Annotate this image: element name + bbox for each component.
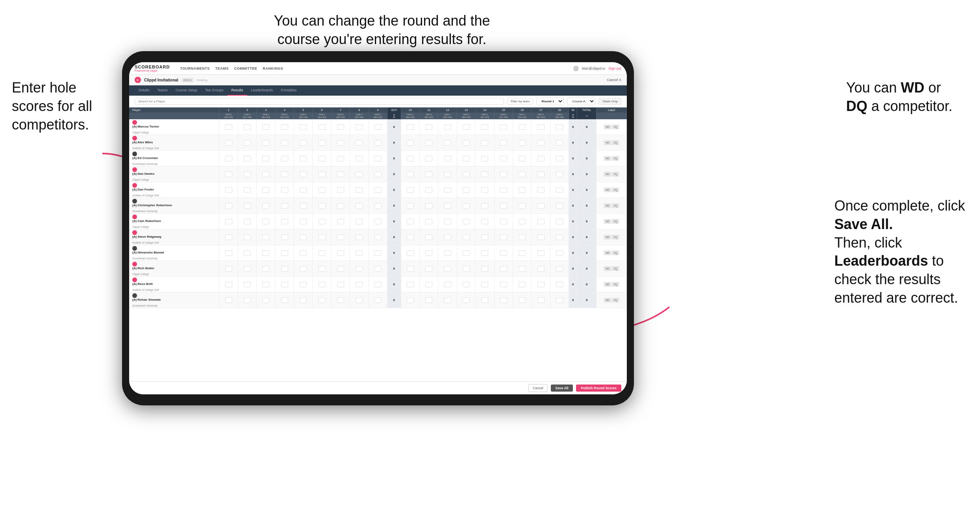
- hole-7-input-cell[interactable]: [331, 198, 350, 214]
- hole-16-input[interactable]: [519, 187, 526, 193]
- hole-9-input-cell[interactable]: [369, 229, 387, 245]
- hole-15-input-cell[interactable]: [494, 277, 513, 292]
- hole-13-input-cell[interactable]: [457, 292, 475, 308]
- hole-1-input[interactable]: [225, 124, 232, 130]
- hole-9-input-cell[interactable]: [369, 261, 387, 277]
- hole-6-input[interactable]: [319, 250, 326, 256]
- nav-teams[interactable]: TEAMS: [215, 67, 229, 70]
- wd-button[interactable]: WD: [604, 266, 611, 271]
- hole-9-input[interactable]: [374, 140, 382, 146]
- hole-5-input-cell[interactable]: [294, 151, 312, 166]
- hole-16-input[interactable]: [519, 298, 526, 303]
- hole-14-input-cell[interactable]: [476, 245, 494, 261]
- hole-1-input[interactable]: [225, 298, 232, 303]
- hole-16-input-cell[interactable]: [513, 277, 532, 292]
- hole-9-input-cell[interactable]: [369, 151, 387, 166]
- hole-12-input[interactable]: [444, 266, 451, 272]
- hole-7-input[interactable]: [337, 266, 344, 272]
- hole-13-input[interactable]: [463, 266, 470, 272]
- hole-2-input[interactable]: [244, 124, 251, 130]
- hole-5-input-cell[interactable]: [294, 277, 312, 292]
- hole-13-input-cell[interactable]: [457, 135, 475, 151]
- hole-1-input-cell[interactable]: [219, 229, 238, 245]
- hole-5-input-cell[interactable]: [294, 198, 312, 214]
- hole-16-input-cell[interactable]: [513, 135, 532, 151]
- hole-18-input-cell[interactable]: [550, 292, 569, 308]
- hole-4-input-cell[interactable]: [275, 135, 294, 151]
- hole-8-input[interactable]: [356, 282, 363, 287]
- hole-14-input[interactable]: [481, 156, 488, 161]
- hole-2-input-cell[interactable]: [238, 261, 256, 277]
- hole-6-input-cell[interactable]: [313, 182, 331, 198]
- hole-18-input-cell[interactable]: [550, 261, 569, 277]
- dq-button[interactable]: DQ: [612, 156, 619, 161]
- hole-18-input-cell[interactable]: [550, 135, 569, 151]
- search-input[interactable]: [135, 98, 504, 105]
- hole-1-input[interactable]: [225, 250, 232, 256]
- cancel-button[interactable]: Cancel X: [607, 78, 621, 82]
- hole-11-input[interactable]: [425, 282, 432, 287]
- wd-button[interactable]: WD: [604, 282, 611, 287]
- hole-15-input[interactable]: [500, 140, 507, 146]
- hole-2-input[interactable]: [244, 250, 251, 256]
- tab-leaderboards[interactable]: Leaderboards: [247, 85, 277, 96]
- hole-14-input-cell[interactable]: [476, 277, 494, 292]
- hole-16-input[interactable]: [519, 203, 526, 209]
- hole-5-input[interactable]: [300, 172, 307, 177]
- hole-5-input[interactable]: [300, 298, 307, 303]
- hole-8-input[interactable]: [356, 140, 363, 146]
- hole-3-input-cell[interactable]: [257, 245, 275, 261]
- hole-6-input-cell[interactable]: [313, 229, 331, 245]
- dq-button[interactable]: DQ: [612, 266, 619, 271]
- hole-16-input-cell[interactable]: [513, 261, 532, 277]
- hole-4-input-cell[interactable]: [275, 214, 294, 229]
- hole-12-input[interactable]: [444, 172, 451, 177]
- hole-11-input-cell[interactable]: [420, 182, 438, 198]
- hole-7-input[interactable]: [337, 140, 344, 146]
- hole-18-input-cell[interactable]: [550, 277, 569, 292]
- hole-4-input[interactable]: [281, 266, 288, 272]
- hole-7-input-cell[interactable]: [331, 261, 350, 277]
- hole-3-input[interactable]: [262, 187, 269, 193]
- dq-button[interactable]: DQ: [612, 188, 619, 192]
- hole-5-input-cell[interactable]: [294, 229, 312, 245]
- hole-1-input-cell[interactable]: [219, 198, 238, 214]
- hole-10-input-cell[interactable]: [401, 119, 419, 135]
- hole-3-input-cell[interactable]: [257, 182, 275, 198]
- hole-3-input[interactable]: [262, 250, 269, 256]
- hole-5-input-cell[interactable]: [294, 292, 312, 308]
- hole-14-input[interactable]: [481, 140, 488, 146]
- hole-2-input-cell[interactable]: [238, 198, 256, 214]
- hole-2-input[interactable]: [244, 235, 251, 240]
- hole-15-input[interactable]: [500, 235, 507, 240]
- hole-2-input[interactable]: [244, 203, 251, 209]
- hole-13-input-cell[interactable]: [457, 151, 475, 166]
- hole-3-input[interactable]: [262, 124, 269, 130]
- hole-15-input[interactable]: [500, 187, 507, 193]
- wd-button[interactable]: WD: [604, 141, 611, 145]
- hole-10-input-cell[interactable]: [401, 277, 419, 292]
- hole-4-input-cell[interactable]: [275, 277, 294, 292]
- hole-10-input[interactable]: [407, 203, 414, 209]
- hole-7-input-cell[interactable]: [331, 229, 350, 245]
- hole-12-input-cell[interactable]: [438, 135, 457, 151]
- hole-8-input[interactable]: [356, 250, 363, 256]
- hole-1-input[interactable]: [225, 203, 232, 209]
- hole-18-input[interactable]: [556, 250, 563, 256]
- hole-17-input[interactable]: [537, 156, 545, 161]
- round-select[interactable]: Round 1: [536, 98, 564, 105]
- hole-15-input[interactable]: [500, 250, 507, 256]
- hole-11-input-cell[interactable]: [420, 245, 438, 261]
- hole-15-input-cell[interactable]: [494, 119, 513, 135]
- hole-2-input-cell[interactable]: [238, 151, 256, 166]
- hole-15-input-cell[interactable]: [494, 245, 513, 261]
- hole-18-input-cell[interactable]: [550, 151, 569, 166]
- hole-16-input[interactable]: [519, 156, 526, 161]
- hole-9-input-cell[interactable]: [369, 198, 387, 214]
- hole-9-input[interactable]: [374, 124, 382, 130]
- hole-7-input[interactable]: [337, 124, 344, 130]
- tab-tee-groups[interactable]: Tee Groups: [201, 85, 228, 96]
- hole-14-input[interactable]: [481, 172, 488, 177]
- hole-2-input[interactable]: [244, 298, 251, 303]
- hole-5-input-cell[interactable]: [294, 261, 312, 277]
